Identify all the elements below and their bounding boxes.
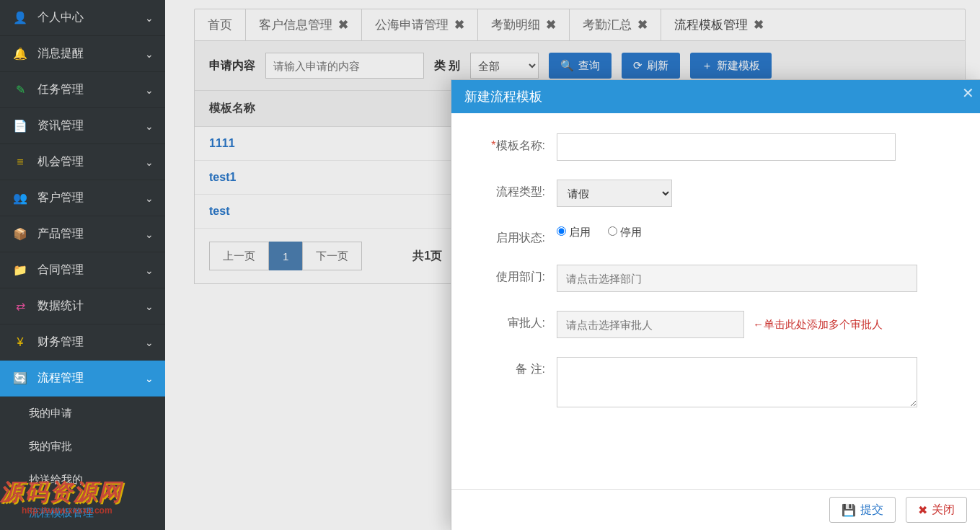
sidebar-sub-cctome[interactable]: 抄送给我的 xyxy=(0,463,165,496)
modal-body: *模板名称: 流程类型: 请假 启用状态: 启用 停用 使用部门: 审批人: xyxy=(451,113,980,489)
sidebar-item-customer[interactable]: 👥 客户管理 ⌄ xyxy=(0,180,165,216)
chevron-down-icon: ⌄ xyxy=(145,373,154,384)
close-icon[interactable]: ✖ xyxy=(754,17,764,32)
list-icon: ≡ xyxy=(12,156,29,169)
sidebar-item-label: 资讯管理 xyxy=(37,118,84,133)
filter-select-category[interactable]: 全部 xyxy=(470,53,539,79)
bell-icon: 🔔 xyxy=(12,47,29,61)
filter-input-content[interactable] xyxy=(265,53,424,79)
chevron-down-icon: ⌄ xyxy=(145,337,154,348)
chevron-down-icon: ⌄ xyxy=(145,193,154,204)
sidebar-item-label: 客户管理 xyxy=(37,190,84,206)
chevron-down-icon: ⌄ xyxy=(145,156,154,168)
flow-type-select[interactable]: 请假 xyxy=(557,180,672,207)
close-button[interactable]: ✖关闭 xyxy=(906,497,967,523)
query-button[interactable]: 🔍查询 xyxy=(549,53,612,79)
label-approver: 审批人: xyxy=(480,311,545,331)
sidebar-item-finance[interactable]: ¥ 财务管理 ⌄ xyxy=(0,324,165,361)
sidebar-item-info[interactable]: 📄 资讯管理 ⌄ xyxy=(0,108,165,144)
sidebar-item-personal[interactable]: 👤 个人中心 ⌄ xyxy=(0,0,165,36)
modal-header: 新建流程模板 ✕ xyxy=(451,80,980,113)
sidebar-item-label: 财务管理 xyxy=(37,335,84,350)
submit-button[interactable]: 💾提交 xyxy=(829,497,896,523)
sidebar-item-label: 个人中心 xyxy=(37,10,84,25)
sidebar-item-product[interactable]: 📦 产品管理 ⌄ xyxy=(0,216,165,252)
sidebar-sub-template[interactable]: 流程模板管理 xyxy=(0,496,165,529)
refresh-button[interactable]: ⟳刷新 xyxy=(622,53,680,79)
close-icon[interactable]: ✕ xyxy=(962,84,974,102)
tab-public-apply[interactable]: 公海申请管理 ✖ xyxy=(362,9,478,40)
modal-title: 新建流程模板 xyxy=(464,88,542,105)
shuffle-icon: ⇄ xyxy=(12,299,29,313)
chevron-down-icon: ⌄ xyxy=(145,48,154,60)
chevron-down-icon: ⌄ xyxy=(145,229,154,240)
radio-enable[interactable]: 启用 xyxy=(557,226,591,239)
save-icon: 💾 xyxy=(842,503,856,517)
sidebar-item-label: 产品管理 xyxy=(37,226,84,242)
plus-icon: ＋ xyxy=(702,59,712,73)
yen-icon: ¥ xyxy=(12,336,29,349)
sidebar-sub-myapply[interactable]: 我的申请 xyxy=(0,397,165,430)
sidebar-item-label: 任务管理 xyxy=(37,82,84,97)
radio-disable[interactable]: 停用 xyxy=(608,226,642,239)
sidebar-item-stats[interactable]: ⇄ 数据统计 ⌄ xyxy=(0,288,165,324)
tab-flow-template[interactable]: 流程模板管理 ✖ xyxy=(661,9,777,40)
tab-customer-info[interactable]: 客户信息管理 ✖ xyxy=(246,9,362,40)
label-flow-type: 流程类型: xyxy=(480,180,545,200)
sidebar-item-label: 机会管理 xyxy=(37,154,84,169)
refresh-icon: 🔄 xyxy=(12,371,29,385)
new-template-button[interactable]: ＋新建模板 xyxy=(690,53,772,79)
new-template-modal: 新建流程模板 ✕ *模板名称: 流程类型: 请假 启用状态: 启用 停用 使用部… xyxy=(451,79,980,530)
tab-label: 首页 xyxy=(208,17,232,33)
sidebar-item-label: 消息提醒 xyxy=(37,46,84,61)
sidebar: 👤 个人中心 ⌄ 🔔 消息提醒 ⌄ ✎ 任务管理 ⌄ 📄 资讯管理 ⌄ ≡ 机会… xyxy=(0,0,165,530)
chevron-down-icon: ⌄ xyxy=(145,12,154,24)
label-use-dept: 使用部门: xyxy=(480,265,545,285)
file-icon: 📄 xyxy=(12,119,29,133)
chevron-down-icon: ⌄ xyxy=(145,301,154,312)
pager-next[interactable]: 下一页 xyxy=(302,242,362,270)
sidebar-item-task[interactable]: ✎ 任务管理 ⌄ xyxy=(0,72,165,108)
edit-icon: ✎ xyxy=(12,83,29,97)
tab-attendance-detail[interactable]: 考勤明细 ✖ xyxy=(478,9,570,40)
sidebar-item-workflow[interactable]: 🔄 流程管理 ⌄ xyxy=(0,361,165,397)
tab-label: 考勤汇总 xyxy=(583,17,632,33)
users-icon: 👥 xyxy=(12,191,29,205)
label-enable-status: 启用状态: xyxy=(480,226,545,246)
pager-page-1[interactable]: 1 xyxy=(269,242,302,270)
tab-attendance-summary[interactable]: 考勤汇总 ✖ xyxy=(570,9,661,40)
tab-label: 公海申请管理 xyxy=(375,17,449,33)
approver-add-hint[interactable]: ←单击此处添加多个审批人 xyxy=(753,318,883,332)
pager-summary: 共1页 xyxy=(412,249,442,264)
sidebar-item-opportunity[interactable]: ≡ 机会管理 ⌄ xyxy=(0,144,165,180)
tab-label: 流程模板管理 xyxy=(674,17,748,33)
close-icon[interactable]: ✖ xyxy=(546,17,556,32)
sidebar-sub-myapprove[interactable]: 我的审批 xyxy=(0,430,165,463)
approver-picker[interactable] xyxy=(557,311,744,338)
sidebar-item-message[interactable]: 🔔 消息提醒 ⌄ xyxy=(0,36,165,72)
chevron-down-icon: ⌄ xyxy=(145,120,154,132)
dept-picker[interactable] xyxy=(557,265,917,292)
folder-icon: 📁 xyxy=(12,263,29,277)
pager-prev[interactable]: 上一页 xyxy=(209,242,269,270)
tab-home[interactable]: 首页 xyxy=(195,9,246,40)
refresh-icon: ⟳ xyxy=(633,59,643,72)
template-name-input[interactable] xyxy=(557,133,896,161)
close-icon[interactable]: ✖ xyxy=(454,17,464,32)
tab-label: 考勤明细 xyxy=(491,17,540,33)
chevron-down-icon: ⌄ xyxy=(145,265,154,276)
sidebar-item-label: 合同管理 xyxy=(37,262,84,278)
user-icon: 👤 xyxy=(12,11,29,25)
sidebar-item-contract[interactable]: 📁 合同管理 ⌄ xyxy=(0,252,165,288)
tab-label: 客户信息管理 xyxy=(259,17,332,33)
search-icon: 🔍 xyxy=(560,59,574,72)
close-icon[interactable]: ✖ xyxy=(338,17,348,32)
label-template-name: *模板名称: xyxy=(480,133,545,154)
remark-textarea[interactable] xyxy=(557,357,917,407)
chevron-down-icon: ⌄ xyxy=(145,84,154,96)
filter-label-content: 申请内容 xyxy=(209,58,255,74)
close-icon[interactable]: ✖ xyxy=(637,17,648,32)
sidebar-item-label: 数据统计 xyxy=(37,299,84,314)
box-icon: 📦 xyxy=(12,227,29,241)
filter-label-category: 类 别 xyxy=(434,58,460,74)
